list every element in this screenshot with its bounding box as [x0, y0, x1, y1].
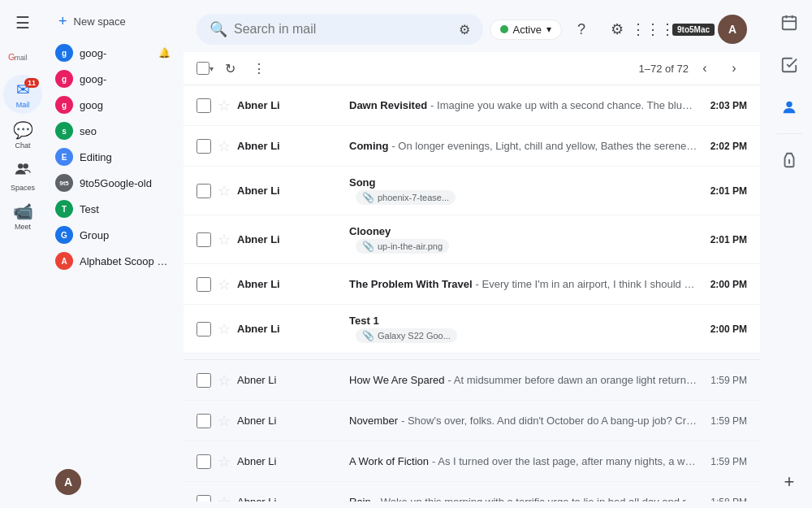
email-checkbox[interactable] — [197, 454, 211, 469]
attachment-icon: 📎 — [362, 241, 374, 252]
settings-button[interactable]: ⚙ — [601, 13, 633, 46]
star-icon[interactable]: ☆ — [218, 97, 231, 115]
sidebar-item-seo[interactable]: s seo — [45, 118, 177, 144]
apps-button[interactable]: ⋮⋮⋮ — [637, 13, 669, 46]
select-dropdown-icon[interactable]: ▾ — [209, 64, 214, 73]
nav-spaces-button[interactable]: Spaces — [3, 156, 42, 195]
mail-label: Mail — [16, 101, 30, 109]
sidebar-item-9to5[interactable]: 9t5 9to5Google-old — [45, 170, 177, 196]
sidebar-item-label-test: Test — [80, 203, 171, 215]
email-row[interactable]: ☆ Abner Li Test 1 📎 Galaxy S22 Goo... 2:… — [184, 305, 760, 354]
email-row[interactable]: ☆ Abner Li Coming - On longer evenings, … — [184, 126, 760, 167]
sender-name: Abner Li — [237, 374, 343, 386]
email-checkbox[interactable] — [197, 232, 211, 247]
email-content: A Work of Fiction - As I turned over the… — [349, 455, 698, 467]
star-icon[interactable]: ☆ — [218, 412, 231, 430]
sidebar-item-test[interactable]: T Test — [45, 196, 177, 222]
star-icon[interactable]: ☆ — [218, 493, 231, 502]
chat-label: Chat — [15, 141, 30, 150]
select-all-checkbox[interactable] — [197, 62, 209, 75]
sidebar-item-group[interactable]: G Group — [45, 222, 177, 248]
next-page-button[interactable]: › — [721, 55, 747, 81]
email-checkbox[interactable] — [197, 139, 211, 154]
attachment-name: up-in-the-air.png — [378, 241, 443, 251]
avatar-group: G — [55, 226, 73, 244]
new-space-label: New space — [74, 15, 126, 28]
sidebar-item-label-group: Group — [80, 229, 171, 241]
help-button[interactable]: ? — [565, 13, 598, 46]
contacts-panel-button[interactable] — [770, 88, 809, 127]
search-filter-icon[interactable]: ⚙ — [459, 22, 470, 37]
top-right-label: 9to5Mac — [672, 24, 715, 36]
sidebar-user-avatar[interactable]: A — [55, 469, 81, 495]
star-icon[interactable]: ☆ — [218, 276, 231, 293]
add-icon: + — [784, 471, 795, 493]
star-icon[interactable]: ☆ — [218, 453, 231, 471]
email-time: 1:59 PM — [710, 456, 747, 467]
email-content: How We Are Spared - At midsummer before … — [349, 374, 698, 386]
calendar-panel-button[interactable] — [770, 3, 809, 42]
attachment-icon: 📎 — [362, 330, 374, 341]
email-row[interactable]: ☆ Abner Li Rain - Woke up this morning w… — [184, 482, 760, 501]
sidebar-item-label-editing: Editing — [80, 151, 171, 163]
email-subject: How We Are Spared — [349, 374, 445, 386]
email-time: 1:58 PM — [710, 497, 747, 502]
email-checkbox[interactable] — [197, 414, 211, 428]
active-status-button[interactable]: Active ▾ — [490, 20, 562, 40]
nav-menu-button[interactable]: ☰ — [3, 3, 42, 42]
search-input[interactable] — [234, 22, 452, 37]
left-nav: ☰ G mail ✉ 11 Mail 💬 Chat Spaces 📹 Meet — [0, 0, 45, 508]
keep-panel-button[interactable] — [770, 141, 809, 180]
user-avatar[interactable]: A — [718, 15, 747, 44]
search-bar[interactable]: 🔍 ⚙ — [197, 14, 483, 45]
star-icon[interactable]: ☆ — [218, 182, 231, 200]
email-subject: Coming — [349, 140, 388, 152]
refresh-button[interactable]: ↻ — [217, 55, 243, 81]
sidebar: + New space g goog- 🔔 g goog- g goog s s… — [45, 0, 184, 508]
new-space-button[interactable]: + New space — [45, 7, 177, 37]
add-panel-button[interactable]: + — [770, 462, 809, 501]
sidebar-item-goog1[interactable]: g goog- 🔔 — [45, 40, 177, 66]
email-row[interactable]: ☆ Abner Li Clooney 📎 up-in-the-air.png 2… — [184, 215, 760, 264]
chat-icon: 💬 — [13, 120, 33, 140]
email-row[interactable]: ☆ Abner Li A Work of Fiction - As I turn… — [184, 441, 760, 482]
avatar-goog2: g — [55, 70, 73, 88]
sidebar-item-goog2[interactable]: g goog- — [45, 66, 177, 92]
attachment-pill: 📎 up-in-the-air.png — [356, 239, 449, 254]
sidebar-item-alphabet[interactable]: A Alphabet Scoop 013 — [45, 248, 177, 274]
prev-page-button[interactable]: ‹ — [692, 55, 718, 81]
email-checkbox[interactable] — [197, 495, 211, 502]
sidebar-item-goog3[interactable]: g goog — [45, 92, 177, 118]
email-checkbox[interactable] — [197, 98, 211, 113]
email-row[interactable]: ☆ Abner Li The Problem With Travel - Eve… — [184, 264, 760, 305]
chevron-down-icon: ▾ — [546, 24, 551, 35]
email-row[interactable]: ☆ Abner Li How We Are Spared - At midsum… — [184, 360, 760, 401]
sidebar-item-label-goog3: goog — [80, 99, 171, 111]
email-row[interactable]: ☆ Abner Li Song 📎 phoenix-7-tease... 2:0… — [184, 167, 760, 215]
nav-mail-button[interactable]: ✉ 11 Mail — [3, 75, 42, 114]
email-checkbox[interactable] — [197, 184, 211, 198]
spaces-icon — [14, 160, 32, 182]
star-icon[interactable]: ☆ — [218, 320, 231, 338]
sidebar-item-label-goog1: goog- — [80, 47, 152, 59]
email-time: 2:00 PM — [710, 279, 747, 290]
nav-chat-button[interactable]: 💬 Chat — [3, 115, 42, 154]
star-icon[interactable]: ☆ — [218, 371, 231, 389]
email-checkbox[interactable] — [197, 373, 211, 388]
email-snippet: - On longer evenings, Light, chill and y… — [391, 140, 697, 152]
sidebar-item-editing[interactable]: E Editing — [45, 144, 177, 170]
tasks-panel-button[interactable] — [770, 46, 809, 85]
star-icon[interactable]: ☆ — [218, 231, 231, 249]
more-options-button[interactable]: ⋮ — [246, 55, 272, 81]
email-snippet: - As I turned over the last page, after … — [432, 455, 698, 467]
email-time: 2:00 PM — [710, 323, 747, 335]
email-checkbox[interactable] — [197, 322, 211, 336]
nav-meet-button[interactable]: 📹 Meet — [3, 197, 42, 236]
pager-info: 1–72 of 72 ‹ › — [639, 55, 747, 81]
email-list: ☆ Abner Li Dawn Revisited - Imagine you … — [184, 85, 760, 501]
email-row[interactable]: ☆ Abner Li Dawn Revisited - Imagine you … — [184, 85, 760, 126]
star-icon[interactable]: ☆ — [218, 137, 231, 155]
select-all-area[interactable]: ▾ — [197, 62, 214, 75]
email-row[interactable]: ☆ Abner Li November - Show's over, folks… — [184, 401, 760, 441]
email-checkbox[interactable] — [197, 277, 211, 292]
